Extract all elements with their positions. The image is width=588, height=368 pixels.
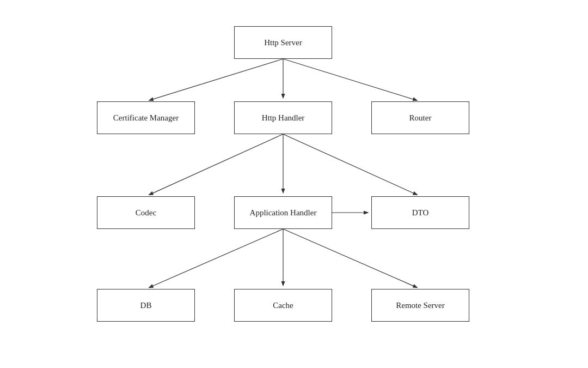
node-application-handler: Application Handler <box>234 196 332 229</box>
node-label-application-handler: Application Handler <box>250 208 317 218</box>
node-label-codec: Codec <box>136 208 156 218</box>
node-label-http-server: Http Server <box>264 38 302 47</box>
node-label-certificate-manager: Certificate Manager <box>113 113 179 123</box>
architecture-diagram: Http ServerCertificate ManagerHttp Handl… <box>0 0 588 368</box>
svg-line-1 <box>150 59 283 100</box>
node-db: DB <box>97 289 195 322</box>
node-http-handler: Http Handler <box>234 101 332 134</box>
node-codec: Codec <box>97 196 195 229</box>
node-router: Router <box>371 101 469 134</box>
node-http-server: Http Server <box>234 26 332 59</box>
node-dto: DTO <box>371 196 469 229</box>
svg-line-10 <box>283 229 417 287</box>
node-cache: Cache <box>234 289 332 322</box>
node-label-router: Router <box>409 113 432 123</box>
svg-line-8 <box>149 229 283 287</box>
node-certificate-manager: Certificate Manager <box>97 101 195 134</box>
svg-line-4 <box>149 134 283 195</box>
node-label-cache: Cache <box>273 301 293 310</box>
node-label-http-handler: Http Handler <box>262 113 305 123</box>
svg-line-6 <box>283 134 417 195</box>
node-label-dto: DTO <box>412 208 429 218</box>
node-label-db: DB <box>140 301 152 310</box>
node-label-remote-server: Remote Server <box>396 301 445 310</box>
node-remote-server: Remote Server <box>371 289 469 322</box>
svg-line-3 <box>283 59 416 100</box>
